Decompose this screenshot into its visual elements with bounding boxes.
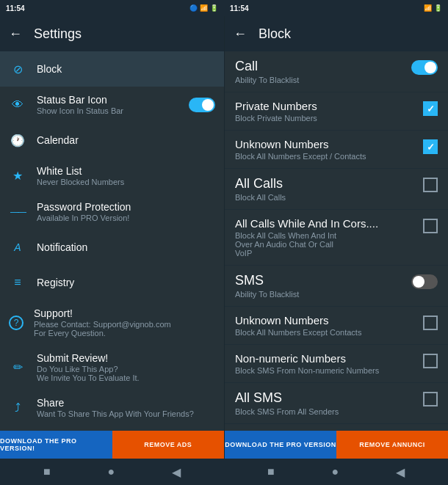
status-bar-content: Status Bar Icon Show Icon In Status Bar <box>37 94 178 115</box>
call-title: Call <box>235 59 405 74</box>
password-subtitle: Available In PRO Version! <box>37 214 215 222</box>
all-calls-title: All Calls <box>235 176 417 192</box>
remove-annunci-button[interactable]: REMOVE ANNUNCI <box>336 431 448 459</box>
password-content: Password Protection Available In PRO Ver… <box>37 201 215 222</box>
sms-toggle[interactable] <box>411 273 438 289</box>
all-calls-checkbox[interactable] <box>423 176 438 192</box>
sidebar-item-block[interactable]: ⊘ Block <box>0 51 224 87</box>
settings-back-button[interactable]: ← <box>9 26 22 42</box>
support-subtitle: Please Contact: Support@vignob.comFor Ev… <box>34 320 215 338</box>
left-nav-back-icon[interactable]: ◀ <box>172 465 181 479</box>
sidebar-item-notification[interactable]: A Notification <box>0 230 224 265</box>
left-status-icons: 🔵 📶 🔋 <box>189 4 218 12</box>
sidebar-item-whitelist[interactable]: ★ White List Never Blocked Numbers <box>0 158 224 194</box>
status-bar-subtitle: Show Icon In Status Bar <box>37 106 178 115</box>
right-time: 11:54 <box>230 4 249 12</box>
registry-title: Registry <box>37 277 215 288</box>
submit-review-subtitle: Do You Like This App?We Invite You To Ev… <box>37 365 215 382</box>
unknown-sms-checkbox[interactable] <box>423 314 438 330</box>
private-checkbox[interactable] <box>423 100 438 116</box>
whitelist-icon: ★ <box>9 167 26 185</box>
non-numeric-checkbox[interactable] <box>423 352 438 368</box>
private-title: Private Numbers <box>235 100 417 112</box>
all-sms-subtitle: Block SMS From All Senders <box>235 407 417 416</box>
call-content: Call Ability To Blacklist <box>235 59 405 84</box>
block-item-title: Block <box>37 63 215 75</box>
submit-review-icon: ✏ <box>9 359 26 376</box>
call-subtitle: Ability To Blacklist <box>235 76 405 84</box>
right-nav-square-icon[interactable]: ■ <box>267 465 275 478</box>
block-item-unknown-sms: Unknown Numbers Block All Numbers Except… <box>225 307 448 345</box>
unknown-checkbox[interactable] <box>423 138 438 154</box>
block-header: ← Block <box>225 16 448 51</box>
block-back-button[interactable]: ← <box>234 26 247 42</box>
status-bar-icon: 👁 <box>9 96 26 114</box>
sms-content: SMS Ability To Blacklist <box>235 273 405 299</box>
sidebar-item-status-bar[interactable]: 👁 Status Bar Icon Show Icon In Status Ba… <box>0 87 224 123</box>
settings-header: ← Settings <box>0 16 224 51</box>
right-nav-circle-icon[interactable]: ● <box>331 465 339 478</box>
sidebar-item-registry[interactable]: ≡ Registry <box>0 265 224 300</box>
all-sms-content: All SMS Block SMS From All Senders <box>235 390 417 416</box>
main-panels: ← Settings ⊘ Block 👁 Status Bar Icon Sho… <box>0 16 448 459</box>
unknown-title: Unknown Numbers <box>235 138 417 150</box>
sms-subtitle: Ability To Blacklist <box>235 290 405 299</box>
block-item-content: Block <box>37 63 215 75</box>
left-nav-square-icon[interactable]: ■ <box>43 465 51 478</box>
calls-cors-checkbox[interactable] <box>423 217 438 233</box>
whitelist-content: White List Never Blocked Numbers <box>37 165 215 186</box>
block-title: Block <box>259 26 291 42</box>
share-title: Share <box>37 397 215 409</box>
support-title: Support! <box>34 307 215 319</box>
call-toggle[interactable] <box>411 59 438 75</box>
registry-icon: ≡ <box>9 274 26 291</box>
sidebar-item-password[interactable]: —— Password Protection Available In PRO … <box>0 194 224 230</box>
support-icon: ? <box>9 316 24 330</box>
left-bottom-buttons: DOWNLOAD THE PRO VERSION! REMOVE ADS <box>0 431 224 459</box>
support-content: Support! Please Contact: Support@vignob.… <box>34 307 215 338</box>
sidebar-item-calendar[interactable]: 🕐 Calendar <box>0 123 224 158</box>
private-content: Private Numbers Block Private Numbers <box>235 100 417 123</box>
registry-content: Registry <box>37 277 215 288</box>
right-nav-bar: ■ ● ◀ <box>224 459 448 485</box>
whitelist-title: White List <box>37 165 215 177</box>
block-item-non-numeric: Non-numeric Numbers Block SMS From Non-n… <box>225 345 448 383</box>
unknown-sms-subtitle: Block All Numbers Except Contacts <box>235 328 417 337</box>
sidebar-item-support[interactable]: ? Support! Please Contact: Support@vigno… <box>0 300 224 345</box>
left-nav-circle-icon[interactable]: ● <box>107 465 115 478</box>
status-bar-toggle[interactable] <box>189 98 215 112</box>
block-icon: ⊘ <box>9 60 26 78</box>
block-item-all-sms: All SMS Block SMS From All Senders <box>225 383 448 424</box>
calls-cors-content: All Calls While And In Cors.... Block Al… <box>235 217 417 258</box>
calendar-title: Calendar <box>37 134 215 146</box>
submit-review-content: Submit Review! Do You Like This App?We I… <box>37 352 215 382</box>
left-nav-bar: ■ ● ◀ <box>0 459 224 485</box>
password-title: Password Protection <box>37 201 215 213</box>
share-subtitle: Want To Share This App With Your Friends… <box>37 409 215 418</box>
block-item-calls-cors: All Calls While And In Cors.... Block Al… <box>225 210 448 266</box>
left-status-bar: 11:54 🔵 📶 🔋 <box>0 0 224 16</box>
download-pro-button-right[interactable]: DOWNLOAD THE PRO VERSION <box>225 431 336 459</box>
remove-ads-button-left[interactable]: REMOVE ADS <box>112 431 225 459</box>
notification-icon: A <box>9 238 26 256</box>
block-list: Call Ability To Blacklist Private Number… <box>225 51 448 431</box>
private-subtitle: Block Private Numbers <box>235 114 417 123</box>
settings-panel: ← Settings ⊘ Block 👁 Status Bar Icon Sho… <box>0 16 224 459</box>
non-numeric-content: Non-numeric Numbers Block SMS From Non-n… <box>235 352 417 375</box>
block-item-sms: SMS Ability To Blacklist <box>225 266 448 307</box>
notification-title: Notification <box>37 241 215 253</box>
status-bars: 11:54 🔵 📶 🔋 11:54 📶 🔋 <box>0 0 448 16</box>
sidebar-item-share[interactable]: ⤴ Share Want To Share This App With Your… <box>0 390 224 426</box>
notification-content: Notification <box>37 241 215 253</box>
unknown-sms-content: Unknown Numbers Block All Numbers Except… <box>235 314 417 337</box>
calls-cors-title: All Calls While And In Cors.... <box>235 217 417 230</box>
settings-title: Settings <box>34 26 82 42</box>
non-numeric-subtitle: Block SMS From Non-numeric Numbers <box>235 366 417 375</box>
block-item-unknown: Unknown Numbers Block All Numbers Except… <box>225 131 448 169</box>
right-nav-back-icon[interactable]: ◀ <box>396 465 405 479</box>
block-item-private: Private Numbers Block Private Numbers <box>225 92 448 131</box>
block-panel: ← Block Call Ability To Blacklist Pr <box>224 16 448 459</box>
download-pro-button-left[interactable]: DOWNLOAD THE PRO VERSION! <box>0 431 112 459</box>
all-sms-checkbox[interactable] <box>423 390 438 406</box>
sidebar-item-submit-review[interactable]: ✏ Submit Review! Do You Like This App?We… <box>0 345 224 390</box>
